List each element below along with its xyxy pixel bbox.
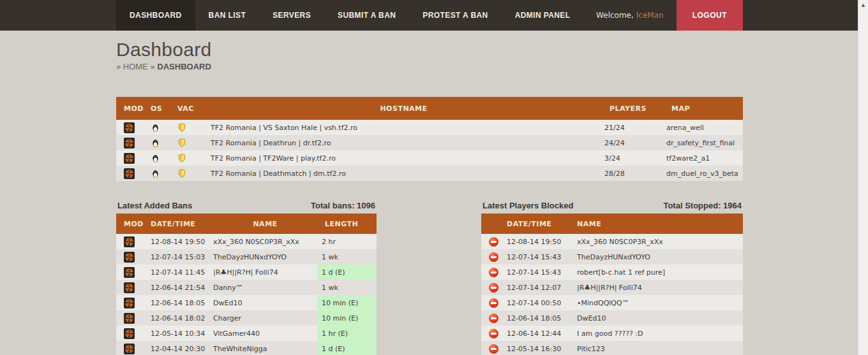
tf2-icon — [124, 168, 135, 179]
bans-column-header: LENGTH — [317, 214, 377, 234]
name-cell: xXx_360 N0SC0P3R_xXx — [569, 234, 743, 249]
total-stopped-count: Total Stopped: 1964 — [663, 201, 742, 210]
blocked-icon-cell — [481, 280, 499, 295]
blocked-icon — [489, 344, 498, 354]
server-row[interactable]: TF2 Romania | Deathmatch | dm.tf2.ro28/2… — [116, 166, 743, 181]
blocked-row: 12-06-14 18:05DwEd10 — [481, 310, 743, 326]
blocked-row: 12-07-14 15:43TheDayzHUNxdYOYO — [481, 249, 743, 264]
servers-header-row: MODOSVACHOSTNAMEPLAYERSMAP — [116, 97, 743, 120]
datetime-cell: 12-06-14 18:05 — [143, 295, 213, 310]
mod-cell — [116, 135, 143, 150]
nav-item-protest-a-ban[interactable]: PROTEST A BAN — [409, 0, 501, 31]
datetime-cell: 12-07-14 00:50 — [499, 295, 569, 310]
name-cell: TheDayzHUNxdYOYO — [213, 249, 317, 264]
nav-item-submit-a-ban[interactable]: SUBMIT A BAN — [324, 0, 409, 31]
blocked-icon — [489, 283, 498, 293]
bans-table: MODDATE/TIMENAMELENGTH 12-08-14 19:50xXx… — [116, 214, 377, 355]
blocked-icon-cell — [481, 341, 499, 355]
blocked-icon-cell — [481, 295, 499, 310]
hostname-cell: TF2 Romania | VS Saxton Hale | vsh.tf2.r… — [203, 120, 604, 135]
name-cell: xXx_360 N0SC0P3R_xXx — [213, 234, 317, 249]
servers-column-header: PLAYERS — [604, 97, 666, 120]
length-cell: 10 min (E) — [317, 310, 377, 326]
ban-row: 12-07-14 11:45|R♣H||R?H| Folli741 d (E) — [116, 264, 377, 280]
name-cell: Charger — [213, 310, 317, 326]
breadcrumb-home[interactable]: HOME — [123, 62, 148, 71]
servers-column-header: VAC — [170, 97, 203, 120]
datetime-cell: 12-06-14 21:54 — [143, 280, 213, 295]
tf2-icon — [124, 267, 135, 278]
server-row[interactable]: TF2 Romania | Deathrun | dr.tf2.ro24/24d… — [116, 135, 743, 150]
blocked-icon-cell — [481, 249, 499, 264]
blocked-row: 12-07-14 15:43robert[b-c.hat 1 ref pure] — [481, 264, 743, 280]
logout-button[interactable]: LOGOUT — [677, 0, 743, 31]
servers-column-header: OS — [143, 97, 170, 120]
datetime-cell: 12-07-14 11:45 — [143, 264, 213, 280]
nav-item-dashboard[interactable]: DASHBOARD — [116, 0, 195, 31]
nav-item-admin-panel[interactable]: ADMIN PANEL — [502, 0, 584, 31]
name-cell: Danny™ — [213, 280, 317, 295]
datetime-cell: 12-05-14 10:34 — [143, 326, 213, 341]
length-cell: 1 hr (E) — [317, 326, 377, 341]
name-cell: DwEd10 — [569, 310, 743, 326]
map-cell: arena_well — [666, 120, 743, 135]
tf2-icon — [124, 282, 135, 293]
length-cell: 10 min (E) — [317, 295, 377, 310]
os-cell — [143, 135, 170, 150]
os-cell — [143, 166, 170, 181]
name-cell: VitGamer440 — [213, 326, 317, 341]
os-cell — [143, 150, 170, 166]
top-navbar: DASHBOARDBAN LISTSERVERSSUBMIT A BANPROT… — [0, 0, 868, 31]
linux-icon — [151, 122, 160, 133]
ban-row: 12-05-14 10:34VitGamer4401 hr (E) — [116, 326, 377, 341]
name-cell: •MindQQlQQ™ — [569, 295, 743, 310]
blocked-column-header — [481, 214, 499, 234]
blocked-row: 12-07-14 12:07|R♣H||R?H| Folli74 — [481, 280, 743, 295]
name-cell: I am good ????? :D — [569, 326, 743, 341]
name-cell: |R♣H||R?H| Folli74 — [213, 264, 317, 280]
tf2-icon — [124, 236, 135, 247]
name-cell: Pitic123 — [569, 341, 743, 355]
length-cell: 1 d (E) — [317, 341, 377, 355]
bans-column-header: MOD — [116, 214, 143, 234]
mod-cell — [116, 264, 143, 280]
name-cell: |R♣H||R?H| Folli74 — [569, 280, 743, 295]
os-cell — [143, 120, 170, 135]
ban-row: 12-08-14 19:50xXx_360 N0SC0P3R_xXx2 hr — [116, 234, 377, 249]
mod-cell — [116, 326, 143, 341]
mod-cell — [116, 120, 143, 135]
datetime-cell: 12-08-14 19:50 — [143, 234, 213, 249]
tf2-icon — [124, 328, 135, 339]
breadcrumb: » HOME » DASHBOARD — [116, 62, 743, 71]
blocked-icon-cell — [481, 264, 499, 280]
name-cell: TheWhiteNigga — [213, 341, 317, 355]
server-row[interactable]: TF2 Romania | VS Saxton Hale | vsh.tf2.r… — [116, 120, 743, 135]
scrollbar[interactable]: ▲ — [858, 0, 868, 355]
datetime-cell: 12-08-14 19:50 — [499, 234, 569, 249]
nav-item-servers[interactable]: SERVERS — [259, 0, 324, 31]
length-cell: 1 wk — [317, 280, 377, 295]
vac-cell — [170, 150, 203, 166]
length-cell: 2 hr — [317, 234, 377, 249]
scroll-up-button[interactable]: ▲ — [858, 0, 868, 10]
tf2-icon — [124, 122, 135, 133]
page-title: Dashboard — [116, 39, 743, 61]
mod-cell — [116, 341, 143, 355]
blocked-icon-cell — [481, 326, 499, 341]
name-cell: TheDayzHUNxdYOYO — [569, 249, 743, 264]
username-link[interactable]: IceMan — [636, 11, 664, 20]
ban-row: 12-06-14 21:54Danny™1 wk — [116, 280, 377, 295]
name-cell: robert[b-c.hat 1 ref pure] — [569, 264, 743, 280]
server-row[interactable]: TF2 Romania | TF2Ware | play.tf2.ro3/24t… — [116, 150, 743, 166]
linux-icon — [151, 153, 160, 163]
datetime-cell: 12-07-14 12:07 — [499, 280, 569, 295]
blocked-icon — [489, 268, 498, 277]
ban-row: 12-07-14 15:03TheDayzHUNxdYOYO1 wk — [116, 249, 377, 264]
datetime-cell: 12-06-14 18:05 — [499, 310, 569, 326]
vac-shield-icon — [177, 153, 186, 163]
nav-item-ban-list[interactable]: BAN LIST — [195, 0, 260, 31]
servers-table: MODOSVACHOSTNAMEPLAYERSMAP TF2 Romania |… — [116, 97, 743, 181]
blocked-icon — [489, 252, 498, 262]
mod-cell — [116, 295, 143, 310]
hostname-cell: TF2 Romania | TF2Ware | play.tf2.ro — [203, 150, 604, 166]
